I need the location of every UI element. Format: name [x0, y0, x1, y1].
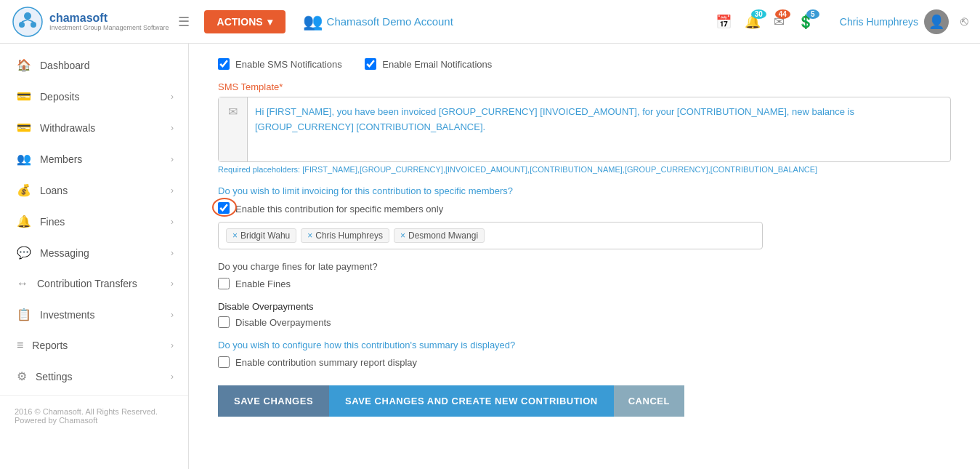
sidebar-item-label: Loans: [40, 185, 68, 196]
member-tag-chris: × Chris Humphreys: [301, 228, 389, 243]
message-badge: 44: [775, 9, 790, 19]
specific-members-row: Enable this contribution for specific me…: [218, 202, 951, 216]
sidebar-item-withdrawals[interactable]: 💳 Withdrawals ›: [0, 112, 188, 143]
sidebar-item-messaging[interactable]: 💬 Messaging ›: [0, 237, 188, 268]
sidebar-item-label: Investments: [40, 309, 94, 321]
deposits-icon: 💳: [17, 89, 31, 103]
sms-template-text[interactable]: Hi [FIRST_NAME], you have been invoiced …: [248, 97, 950, 161]
sms-notification-checkbox[interactable]: [218, 58, 230, 70]
sms-template-section: SMS Template* ✉ Hi [FIRST_NAME], you hav…: [218, 81, 951, 174]
home-icon: 🏠: [17, 58, 31, 72]
chevron-right-icon: ›: [171, 123, 174, 133]
withdrawals-icon: 💳: [17, 121, 31, 135]
avatar-icon: 👤: [928, 14, 944, 30]
calendar-icon-item[interactable]: 📅: [716, 14, 732, 30]
member-name: Chris Humphreys: [315, 231, 383, 241]
svg-point-1: [24, 12, 31, 20]
sidebar-item-reports[interactable]: ≡ Reports ›: [0, 330, 188, 361]
svg-point-2: [19, 22, 25, 28]
chevron-down-icon: ▾: [267, 16, 272, 28]
disable-overpayments-label: Disable Overpayments: [235, 317, 331, 328]
user-name: Chris Humphreys: [840, 16, 918, 28]
members-icon: 👥: [17, 152, 31, 166]
summary-link[interactable]: configure how this contribution's summar…: [283, 340, 515, 350]
sidebar-item-deposits[interactable]: 💳 Deposits ›: [0, 81, 188, 112]
sidebar-item-settings[interactable]: ⚙ Settings ›: [0, 361, 188, 392]
fines-checkbox[interactable]: [218, 278, 230, 289]
sidebar-item-contribution-transfers[interactable]: ↔ Contribution Transfers ›: [0, 268, 188, 299]
limit-invoicing-section: Do you wish to limit invoicing for this …: [218, 185, 951, 249]
sidebar-item-dashboard[interactable]: 🏠 Dashboard: [0, 49, 188, 81]
specific-members-checkbox-wrapper: [218, 202, 230, 216]
sidebar-item-fines[interactable]: 🔔 Fines ›: [0, 206, 188, 237]
summary-section: Do you wish to configure how this contri…: [218, 340, 951, 368]
wallet-icon-item[interactable]: 💲 5: [798, 14, 814, 30]
sidebar-item-label: Withdrawals: [40, 122, 95, 134]
messaging-icon: 💬: [17, 246, 31, 260]
chevron-right-icon: ›: [171, 372, 174, 382]
layout: 🏠 Dashboard 💳 Deposits › 💳 Withdrawals ›…: [0, 44, 980, 469]
loans-icon: 💰: [17, 183, 31, 197]
chevron-right-icon: ›: [171, 248, 174, 258]
hamburger-icon[interactable]: ☰: [175, 11, 193, 33]
transfers-icon: ↔: [17, 277, 28, 290]
svg-point-3: [31, 22, 36, 28]
chevron-right-icon: ›: [171, 310, 174, 320]
remove-member-desmond[interactable]: ×: [400, 231, 405, 241]
nav-icons: 📅 🔔 30 ✉ 44 💲 5 Chris Humphreys 👤 ⎋: [716, 9, 968, 34]
summary-label: Enable contribution summary report displ…: [235, 357, 417, 368]
fines-section: Do you charge fines for late payment? En…: [218, 261, 951, 289]
specific-members-checkbox[interactable]: [218, 202, 230, 214]
main-content: Enable SMS Notifications Enable Email No…: [189, 44, 980, 469]
chevron-right-icon: ›: [171, 154, 174, 164]
fines-icon: 🔔: [17, 215, 31, 228]
user-area: Chris Humphreys 👤 ⎋: [840, 9, 968, 34]
member-name: Desmond Mwangi: [408, 231, 478, 241]
fines-row: Enable Fines: [218, 278, 951, 289]
logo-area: chamasoft Investment Group Management So…: [12, 6, 169, 38]
sms-template-box: ✉ Hi [FIRST_NAME], you have been invoice…: [218, 97, 951, 162]
actions-button[interactable]: ACTIONS ▾: [204, 10, 286, 33]
avatar[interactable]: 👤: [924, 9, 949, 34]
notification-section: Enable SMS Notifications Enable Email No…: [218, 58, 951, 70]
disable-overpayments-checkbox[interactable]: [218, 316, 230, 328]
placeholder-label: Required placeholders:: [218, 165, 300, 174]
message-icon-item[interactable]: ✉ 44: [774, 14, 785, 30]
disable-overpayments-title: Disable Overpayments: [218, 301, 951, 312]
sidebar-item-label: Contribution Transfers: [37, 278, 137, 289]
fines-question: Do you charge fines for late payment?: [218, 261, 951, 272]
cancel-button[interactable]: CANCEL: [614, 385, 684, 417]
sms-notification-label: Enable SMS Notifications: [235, 59, 342, 70]
overpayments-row: Disable Overpayments: [218, 316, 951, 328]
email-notification-label: Enable Email Notifications: [382, 59, 492, 70]
save-changes-button[interactable]: SAVE CHANGES: [218, 385, 329, 417]
members-tag-input[interactable]: × Bridgit Wahu × Chris Humphreys × Desmo…: [218, 222, 763, 249]
email-notification-checkbox[interactable]: [365, 58, 376, 70]
sidebar-item-members[interactable]: 👥 Members ›: [0, 143, 188, 175]
sidebar-item-label: Members: [40, 153, 82, 165]
logout-icon[interactable]: ⎋: [960, 14, 968, 29]
save-and-create-button[interactable]: SAVE CHANGES AND CREATE NEW CONTRIBUTION: [329, 385, 614, 417]
bottom-buttons: SAVE CHANGES SAVE CHANGES AND CREATE NEW…: [218, 385, 951, 417]
notification-icon-item[interactable]: 🔔 30: [745, 14, 761, 30]
overpayments-section: Disable Overpayments Disable Overpayment…: [218, 301, 951, 328]
sidebar-item-label: Deposits: [40, 91, 79, 103]
remove-member-chris[interactable]: ×: [307, 231, 312, 241]
chevron-right-icon: ›: [171, 278, 174, 289]
remove-member-bridgit[interactable]: ×: [232, 231, 238, 241]
wallet-badge: 5: [806, 9, 819, 19]
placeholder-values: [FIRST_NAME],[GROUP_CURRENCY],[INVOICED_…: [302, 165, 817, 174]
sidebar-divider: [0, 395, 188, 396]
limit-invoicing-link[interactable]: limit invoicing for this contribution to…: [283, 185, 513, 196]
chevron-right-icon: ›: [171, 185, 174, 196]
summary-question: Do you wish to configure how this contri…: [218, 340, 951, 350]
sidebar-item-label: Dashboard: [40, 60, 90, 71]
summary-checkbox[interactable]: [218, 356, 230, 368]
sidebar-item-investments[interactable]: 📋 Investments ›: [0, 299, 188, 330]
logo-text: chamasoft: [49, 12, 169, 25]
sidebar-item-loans[interactable]: 💰 Loans ›: [0, 175, 188, 206]
investments-icon: 📋: [17, 308, 31, 321]
account-name: Chamasoft Demo Account: [327, 15, 453, 28]
settings-icon: ⚙: [17, 369, 27, 383]
top-nav: chamasoft Investment Group Management So…: [0, 0, 980, 44]
